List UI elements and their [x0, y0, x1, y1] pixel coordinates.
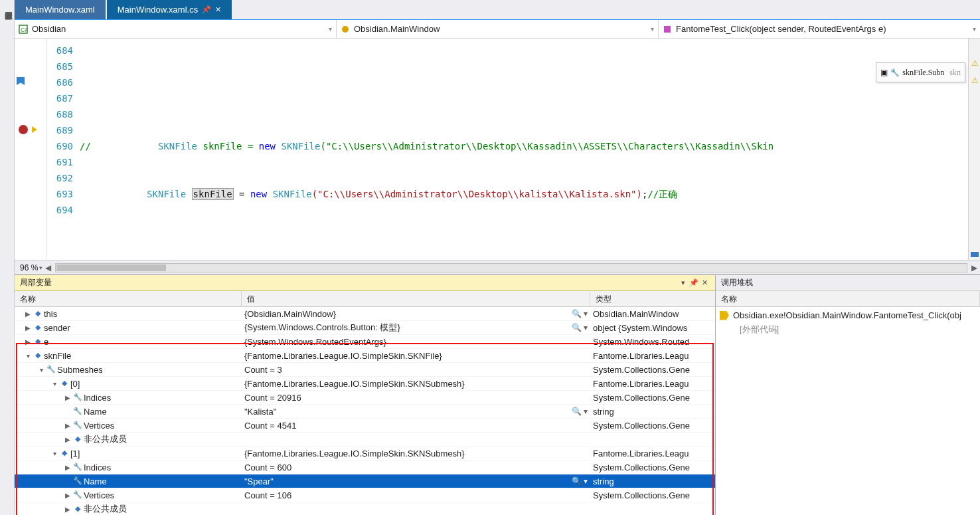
- tree-toggle-icon[interactable]: ▶: [64, 506, 72, 513]
- breakpoint-gutter[interactable]: [15, 39, 46, 260]
- locals-panel-header[interactable]: 局部变量 ▾ 📌 ✕: [15, 275, 715, 291]
- locals-row[interactable]: ▶◆非公共成员: [15, 502, 715, 515]
- locals-value: Count = 20916: [244, 393, 301, 403]
- locals-type: object {System.Windows: [590, 323, 715, 333]
- tree-toggle-icon[interactable]: ▶: [24, 338, 32, 346]
- column-name[interactable]: 名称: [15, 291, 242, 306]
- locals-row[interactable]: ▶🔧VerticesCount = 106System.Collections.…: [15, 488, 715, 502]
- close-icon[interactable]: ✕: [699, 278, 710, 287]
- tree-toggle-icon[interactable]: ▾: [50, 450, 58, 457]
- tree-toggle-icon[interactable]: ▶: [64, 394, 72, 401]
- locals-row[interactable]: ▶🔧Name"Kalista"🔍 ▾string: [15, 405, 715, 419]
- text-visualizer-icon[interactable]: 🔍 ▾: [572, 323, 588, 332]
- code-surface[interactable]: // SKNFile sknFile = new SKNFile("C:\\Us…: [80, 39, 968, 260]
- locals-row[interactable]: ▶🔧IndicesCount = 600System.Collections.G…: [15, 461, 715, 474]
- locals-row[interactable]: ▾🔧SubmeshesCount = 3System.Collections.G…: [15, 363, 715, 377]
- editor-overview-ruler[interactable]: ⚠ ⚠: [968, 39, 980, 260]
- method-label: FantomeTest_Click(object sender, RoutedE…: [676, 24, 886, 34]
- locals-name: 非公共成员: [84, 503, 127, 515]
- side-toolbox-rail[interactable]: 服务器资源管理器: [0, 0, 15, 515]
- frame-text: [外部代码]: [720, 324, 779, 336]
- selected-variable: sknFile: [192, 188, 234, 200]
- locals-row[interactable]: ▶🔧IndicesCount = 20916System.Collections…: [15, 391, 715, 405]
- scroll-right-icon[interactable]: ▶: [971, 263, 977, 272]
- frame-text: Obsidian.exe!Obsidian.MainWindow.Fantome…: [733, 310, 961, 320]
- locals-row[interactable]: ▶🔧Name"Spear"🔍 ▾string: [15, 474, 715, 488]
- callstack-grid-header: 名称: [716, 291, 980, 307]
- locals-row[interactable]: ▶🔧VerticesCount = 4541System.Collections…: [15, 419, 715, 433]
- bookmark-icon[interactable]: [17, 77, 25, 85]
- object-icon: ◆: [33, 323, 42, 332]
- pin-icon[interactable]: 📌: [689, 278, 699, 287]
- class-dropdown[interactable]: Obsidian.MainWindow ▾: [337, 20, 659, 38]
- window-menu-icon[interactable]: ▾: [678, 278, 689, 287]
- property-icon: 🔧: [73, 490, 82, 500]
- tab-mainwindow-xaml-cs[interactable]: MainWindow.xaml.cs 📌 ✕: [107, 0, 232, 19]
- tree-toggle-icon[interactable]: ▶: [64, 436, 72, 443]
- pin-icon[interactable]: 📌: [202, 5, 211, 14]
- scroll-left-icon[interactable]: ◀: [45, 263, 51, 272]
- csharp-project-icon: C#: [19, 25, 28, 34]
- locals-grid-header: 名称 值 类型: [15, 291, 715, 307]
- horizontal-scrollbar[interactable]: [55, 263, 967, 272]
- text-visualizer-icon[interactable]: 🔍 ▾: [572, 309, 588, 318]
- navigation-bar: C# Obsidian ▾ Obsidian.MainWindow ▾ Fant…: [15, 20, 980, 39]
- zoom-dropdown[interactable]: 96 % ▾: [17, 263, 45, 272]
- locals-row[interactable]: ▶◆e{System.Windows.RoutedEventArgs}Syste…: [15, 335, 715, 349]
- tree-toggle-icon[interactable]: ▶: [24, 324, 32, 332]
- callstack-grid-body[interactable]: Obsidian.exe!Obsidian.MainWindow.Fantome…: [716, 307, 980, 515]
- code-editor[interactable]: 684685686687688689690691692693694 // SKN…: [15, 39, 980, 260]
- tree-toggle-icon[interactable]: ▾: [24, 352, 32, 360]
- locals-row[interactable]: ▾◆sknFile{Fantome.Libraries.League.IO.Si…: [15, 349, 715, 363]
- project-label: Obsidian: [32, 24, 66, 34]
- locals-name: this: [44, 309, 57, 319]
- project-dropdown[interactable]: C# Obsidian ▾: [15, 20, 337, 38]
- tree-toggle-icon[interactable]: ▾: [37, 366, 45, 373]
- property-icon: 🔧: [73, 476, 82, 486]
- locals-row[interactable]: ▾◆[1]{Fantome.Libraries.League.IO.Simple…: [15, 447, 715, 461]
- close-icon[interactable]: ✕: [215, 5, 221, 14]
- locals-value: "Kalista": [244, 407, 276, 417]
- breakpoint-icon[interactable]: [19, 125, 28, 134]
- tree-toggle-icon[interactable]: ▶: [24, 310, 32, 318]
- tree-toggle-icon[interactable]: ▶: [64, 422, 72, 429]
- method-dropdown[interactable]: FantomeTest_Click(object sender, RoutedE…: [659, 20, 980, 38]
- locals-row[interactable]: ▾◆[0]{Fantome.Libraries.League.IO.Simple…: [15, 377, 715, 391]
- tree-toggle-icon[interactable]: ▶: [64, 492, 72, 499]
- tab-mainwindow-xaml[interactable]: MainWindow.xaml: [15, 0, 106, 19]
- locals-row[interactable]: ▶◆非公共成员: [15, 433, 715, 447]
- text-visualizer-icon[interactable]: 🔍 ▾: [572, 407, 588, 416]
- locals-name: Submeshes: [57, 365, 103, 375]
- locals-value: {System.Windows.Controls.Button: 模型}: [244, 322, 400, 334]
- locals-row[interactable]: ▶◆sender{System.Windows.Controls.Button:…: [15, 321, 715, 335]
- locals-grid-body[interactable]: ▶◆this{Obsidian.MainWindow}🔍 ▾Obsidian.M…: [15, 307, 715, 515]
- callstack-row[interactable]: [外部代码]: [717, 322, 979, 336]
- tab-label: MainWindow.xaml: [25, 5, 95, 15]
- locals-value: {System.Windows.RoutedEventArgs}: [244, 337, 386, 347]
- callstack-panel-header[interactable]: 调用堆栈: [716, 275, 980, 291]
- column-type[interactable]: 类型: [590, 291, 715, 306]
- callstack-row[interactable]: Obsidian.exe!Obsidian.MainWindow.Fantome…: [717, 308, 979, 322]
- class-icon: [341, 25, 350, 34]
- expand-icon[interactable]: ▣: [880, 64, 888, 80]
- locals-row[interactable]: ▶◆this{Obsidian.MainWindow}🔍 ▾Obsidian.M…: [15, 307, 715, 321]
- column-value[interactable]: 值: [242, 291, 590, 306]
- class-label: Obsidian.MainWindow: [354, 24, 440, 34]
- quickinfo-tooltip: ▣ 🔧 sknFile.Subn skn: [876, 62, 965, 82]
- object-icon: ◆: [33, 309, 42, 318]
- line-number: 688: [46, 106, 73, 122]
- warning-icon: ⚠: [971, 58, 979, 68]
- text-visualizer-icon[interactable]: 🔍 ▾: [572, 476, 588, 486]
- property-icon: 🔧: [73, 393, 82, 402]
- tree-toggle-icon[interactable]: ▶: [64, 464, 72, 471]
- locals-type: System.Collections.Gene: [590, 421, 715, 431]
- object-icon: ◆: [73, 504, 82, 514]
- locals-type: System.Windows.Routed: [590, 337, 715, 347]
- overview-mark: [971, 252, 979, 257]
- current-frame-arrow-icon: [720, 311, 729, 320]
- line-number: 694: [46, 202, 73, 218]
- tree-toggle-icon[interactable]: ▾: [50, 380, 58, 387]
- callstack-panel-title: 调用堆栈: [721, 277, 753, 288]
- object-icon: ◆: [33, 351, 42, 360]
- column-name[interactable]: 名称: [716, 291, 980, 306]
